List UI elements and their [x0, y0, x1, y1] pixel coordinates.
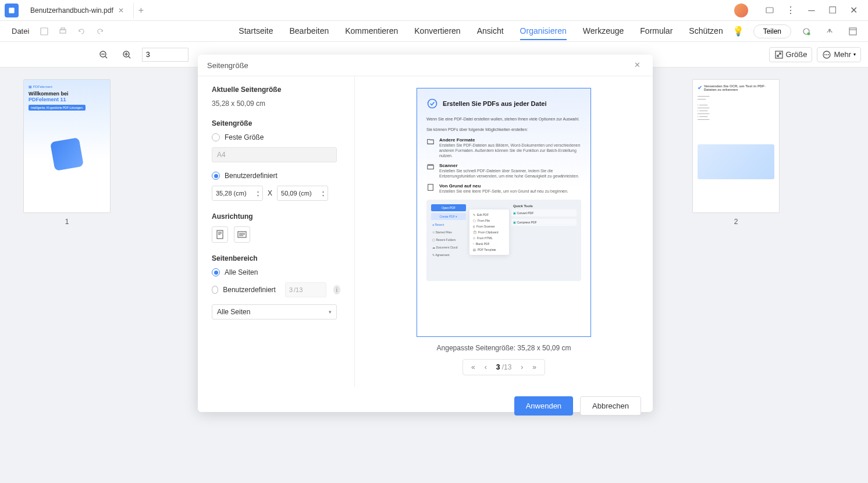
preview-intro2: Sie können PDFs über folgende Möglichkei… [426, 127, 581, 133]
close-window-icon[interactable]: ✕ [848, 5, 859, 16]
custom-range-radio[interactable]: Benutzerdefiniert 3/13 i [212, 282, 340, 297]
zoom-out-icon[interactable] [95, 47, 112, 63]
page-preview: Erstellen Sie PDFs aus jeder Datei Wenn … [417, 88, 591, 337]
lightbulb-icon[interactable]: 💡 [730, 23, 746, 40]
preview-title: Erstellen Sie PDFs aus jeder Datei [443, 100, 547, 107]
more-button[interactable]: Mehr ▾ [817, 47, 861, 62]
fixed-size-input: A4 [212, 147, 337, 162]
menu-tabs: Startseite Bearbeiten Kommentieren Konve… [239, 23, 723, 40]
thumbnail-1[interactable]: ▦ PDFelement Willkommen beiPDFelement 11… [23, 79, 111, 226]
last-page-icon[interactable]: » [532, 363, 536, 371]
resize-icon [774, 50, 784, 59]
cloud-sync-icon[interactable] [798, 23, 814, 40]
landscape-button[interactable] [234, 226, 250, 243]
share-button[interactable]: Teilen [753, 24, 791, 38]
folder-icon [426, 137, 435, 145]
document-tab[interactable]: Benutzerhandbuch-win.pdf ✕ [23, 3, 134, 18]
svg-rect-3 [60, 30, 66, 33]
zoom-in-icon[interactable] [119, 47, 135, 63]
blank-page-icon [426, 183, 435, 191]
svg-point-20 [828, 54, 829, 55]
radio-icon [212, 172, 220, 180]
minimize-icon[interactable]: ─ [806, 5, 817, 16]
width-input[interactable]: 35,28 (cm) ▴▾ [212, 186, 263, 201]
close-icon[interactable]: ✕ [118, 6, 126, 15]
app-icon [5, 3, 19, 17]
titlebar: Benutzerhandbuch-win.pdf ✕ + ⋮ ─ ☐ ✕ [0, 0, 868, 21]
dialog-close-icon[interactable]: ✕ [634, 61, 643, 70]
tab-werkzeuge[interactable]: Werkzeuge [583, 23, 624, 40]
size-button[interactable]: Größe [769, 47, 813, 62]
first-page-icon[interactable]: « [471, 363, 475, 371]
page-range-select[interactable]: Alle Seiten ▾ [212, 304, 337, 319]
all-pages-label: Alle Seiten [225, 268, 258, 276]
tab-startseite[interactable]: Startseite [239, 23, 273, 40]
chat-icon[interactable] [764, 5, 775, 16]
spinner-icon[interactable]: ▴▾ [257, 189, 259, 197]
tab-ansicht[interactable]: Ansicht [477, 23, 504, 40]
maximize-icon[interactable]: ☐ [827, 5, 838, 16]
more-icon [822, 50, 831, 59]
undo-icon[interactable] [73, 23, 90, 40]
page-range-label: Seitenbereich [212, 254, 340, 262]
scanner-icon [426, 163, 435, 171]
fixed-size-radio[interactable]: Feste Größe [212, 133, 340, 141]
radio-icon [212, 268, 220, 276]
fixed-size-label: Feste Größe [225, 133, 264, 141]
thumbnail-2[interactable]: ✔Verwenden Sie OCR, um Text in PDF-Datei… [692, 79, 780, 226]
page-number-input[interactable] [142, 48, 188, 62]
current-size-label: Aktuelle Seitengröße [212, 86, 340, 94]
upload-icon[interactable] [821, 23, 838, 40]
avatar[interactable] [734, 3, 748, 17]
svg-point-29 [428, 100, 437, 108]
svg-line-15 [129, 56, 130, 58]
svg-rect-4 [61, 28, 65, 30]
svg-rect-32 [428, 184, 433, 191]
current-size-value: 35,28 x 50,09 cm [212, 100, 340, 108]
chevron-down-icon: ▾ [329, 309, 332, 315]
apply-button[interactable]: Anwenden [514, 396, 573, 415]
svg-rect-1 [766, 8, 773, 13]
tab-organisieren[interactable]: Organisieren [520, 23, 567, 40]
times-label: X [268, 189, 272, 197]
chevron-down-icon: ▾ [853, 52, 856, 57]
spinner-icon[interactable]: ▴▾ [322, 189, 324, 197]
layout-icon[interactable] [845, 23, 861, 40]
tab-kommentieren[interactable]: Kommentieren [345, 23, 398, 40]
prev-page-icon[interactable]: ‹ [485, 363, 487, 371]
portrait-button[interactable] [212, 226, 228, 243]
cancel-button[interactable]: Abbrechen [580, 396, 641, 415]
redo-icon[interactable] [92, 23, 108, 40]
add-tab-button[interactable]: + [138, 5, 144, 16]
svg-rect-0 [9, 8, 14, 13]
custom-range-label: Benutzerdefiniert [223, 286, 276, 294]
tab-konvertieren[interactable]: Konvertieren [414, 23, 460, 40]
custom-size-radio[interactable]: Benutzerdefiniert [212, 172, 340, 180]
thumb-label: 2 [734, 218, 738, 226]
svg-rect-2 [41, 28, 48, 35]
print-icon[interactable] [55, 23, 71, 40]
orientation-label: Ausrichtung [212, 212, 340, 221]
svg-line-11 [105, 56, 107, 58]
info-icon[interactable]: i [333, 285, 340, 294]
tab-bearbeiten[interactable]: Bearbeiten [290, 23, 329, 40]
radio-icon [212, 286, 218, 294]
next-page-icon[interactable]: › [521, 363, 523, 371]
tab-formular[interactable]: Formular [640, 23, 673, 40]
thumb-label: 1 [65, 218, 69, 226]
check-circle-icon [426, 98, 438, 109]
svg-point-6 [807, 32, 810, 35]
menu-icon[interactable]: ⋮ [785, 5, 796, 16]
save-icon[interactable] [36, 23, 52, 40]
pager-current: 3 /13 [496, 363, 512, 371]
height-input[interactable]: 50,09 (cm) ▴▾ [277, 186, 328, 201]
svg-point-19 [826, 54, 827, 55]
range-input: 3/13 [285, 282, 326, 297]
svg-point-18 [824, 54, 826, 55]
dialog-title: Seitengröße [207, 61, 248, 70]
all-pages-radio[interactable]: Alle Seiten [212, 268, 340, 276]
file-menu[interactable]: Datei [7, 24, 34, 38]
more-label: Mehr [834, 50, 851, 59]
tab-schuetzen[interactable]: Schützen [689, 23, 723, 40]
svg-rect-30 [428, 165, 434, 169]
